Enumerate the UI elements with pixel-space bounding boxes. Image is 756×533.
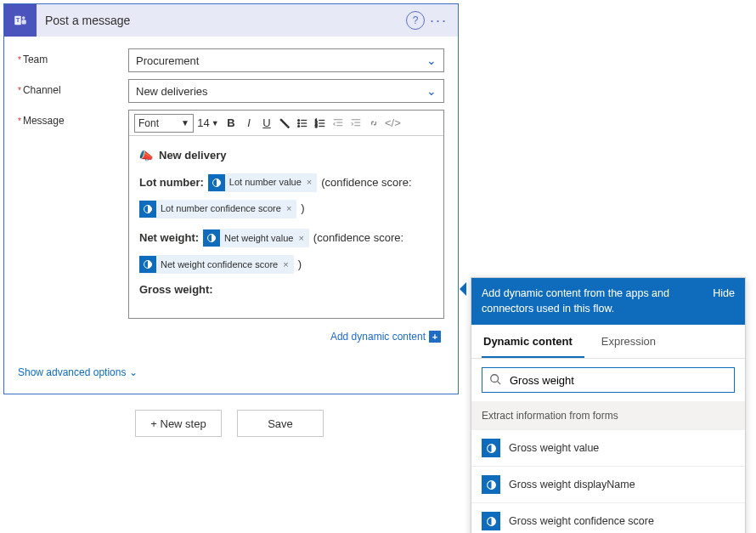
svg-point-8 [298,125,300,127]
panel-tabs: Dynamic content Expression [471,325,745,359]
row-gross: Gross weight: [139,280,433,301]
token-remove[interactable]: × [293,230,308,247]
outdent-button[interactable] [330,114,347,133]
svg-point-4 [298,119,300,121]
dynamic-item-gross-displayname[interactable]: Gross weight displayName [471,467,745,503]
row-message: *Message Font▼ 14 ▼ B I U 123 </> [18,110,444,319]
chevron-down-icon: ⌄ [426,84,437,98]
svg-text:T: T [16,16,20,24]
save-button[interactable]: Save [237,410,324,437]
svg-point-6 [298,122,300,124]
svg-rect-3 [22,20,26,24]
form-body: *Team Procurement ⌄ *Channel New deliver… [4,37,458,354]
rich-editor: Font▼ 14 ▼ B I U 123 </> 📣 New [128,110,444,319]
dynamic-item-label: Gross weight displayName [509,479,635,490]
label-channel: *Channel [18,79,128,96]
teams-icon: T [4,4,37,37]
search-icon [489,373,501,388]
label-team: *Team [18,48,128,65]
token-remove[interactable]: × [281,200,296,218]
italic-button[interactable]: I [240,114,257,133]
panel-header: Add dynamic content from the apps and co… [471,278,745,325]
editor-body[interactable]: 📣 New delivery Lot number: Lot number va… [129,136,443,318]
search-input[interactable] [508,373,727,388]
editor-toolbar: Font▼ 14 ▼ B I U 123 </> [129,111,443,136]
select-team[interactable]: Procurement ⌄ [128,48,444,72]
dynamic-content-panel: Add dynamic content from the apps and co… [471,277,746,533]
row-net-conf: Net weight confidence score × ) [139,254,433,275]
chevron-down-icon: ⌄ [129,366,138,378]
label-message: *Message [18,110,128,127]
font-select[interactable]: Font▼ [134,114,194,133]
token-lot-value[interactable]: Lot number value × [208,173,317,192]
add-dynamic-content-link[interactable]: Add dynamic content + [18,326,444,346]
conf-open-2: (confidence score: [313,228,403,249]
add-dynamic-badge: + [429,331,441,343]
ai-builder-icon [139,201,156,218]
svg-text:3: 3 [315,124,318,128]
show-advanced-options[interactable]: Show advanced options ⌄ [4,354,458,394]
close-paren: ) [301,198,304,219]
indent-button[interactable] [347,114,364,133]
new-step-button[interactable]: + New step [135,410,222,437]
font-size-select[interactable]: 14 ▼ [195,114,222,133]
conf-open: (confidence score: [321,173,411,194]
token-remove[interactable]: × [278,256,293,274]
token-net-conf[interactable]: Net weight confidence score × [139,255,294,274]
font-color-button[interactable] [276,114,293,133]
link-button[interactable] [365,114,382,133]
row-lot: Lot number: Lot number value × (confiden… [139,173,433,194]
chevron-down-icon: ⌄ [426,54,437,67]
ai-builder-icon [139,256,156,273]
panel-section-header: Extract information from forms [471,401,745,430]
number-list-button[interactable]: 123 [312,114,329,133]
panel-header-text: Add dynamic content from the apps and co… [482,286,713,316]
panel-pointer [460,282,466,296]
dynamic-item-label: Gross weight confidence score [509,515,654,527]
row-net: Net weight: Net weight value × (confiden… [139,228,433,249]
gross-label: Gross weight: [139,280,213,301]
tab-dynamic-content[interactable]: Dynamic content [482,325,584,358]
dynamic-item-gross-confidence[interactable]: Gross weight confidence score [471,503,745,533]
select-channel-value: New deliveries [136,85,208,98]
underline-button[interactable]: U [258,114,275,133]
svg-point-2 [22,16,25,19]
dynamic-item-gross-value[interactable]: Gross weight value [471,430,745,467]
net-label: Net weight: [139,228,199,249]
code-view-button[interactable]: </> [383,114,403,133]
ai-builder-icon [203,230,220,247]
ai-builder-icon [482,439,500,457]
bottom-actions: + New step Save [0,410,455,437]
hide-panel-link[interactable]: Hide [713,286,735,316]
svg-line-27 [498,381,501,384]
help-icon[interactable]: ? [406,11,425,30]
action-card: T Post a message ? ··· *Team Procurement… [3,3,459,394]
card-title: Post a message [37,14,406,27]
tab-expression[interactable]: Expression [600,325,668,358]
panel-search-wrap [471,359,745,401]
ai-builder-icon [208,174,225,191]
row-team: *Team Procurement ⌄ [18,48,444,72]
megaphone-icon: 📣 [139,145,154,167]
dynamic-item-label: Gross weight value [509,442,599,454]
more-icon[interactable]: ··· [430,12,448,30]
token-net-value[interactable]: Net weight value × [203,229,309,247]
row-lot-conf: Lot number confidence score × ) [139,198,433,219]
row-channel: *Channel New deliveries ⌄ [18,79,444,103]
select-team-value: Procurement [136,54,199,67]
close-paren-2: ) [298,254,302,275]
panel-search[interactable] [482,367,735,393]
token-remove[interactable]: × [302,173,317,191]
message-heading: 📣 New delivery [139,145,433,167]
bold-button[interactable]: B [223,114,240,133]
ai-builder-icon [482,475,500,494]
svg-point-26 [491,374,499,382]
select-channel[interactable]: New deliveries ⌄ [128,79,444,103]
lot-label: Lot number: [139,173,204,194]
card-header: T Post a message ? ··· [4,4,458,37]
bullet-list-button[interactable] [294,114,311,133]
token-lot-conf[interactable]: Lot number confidence score × [139,200,296,218]
ai-builder-icon [482,512,500,530]
